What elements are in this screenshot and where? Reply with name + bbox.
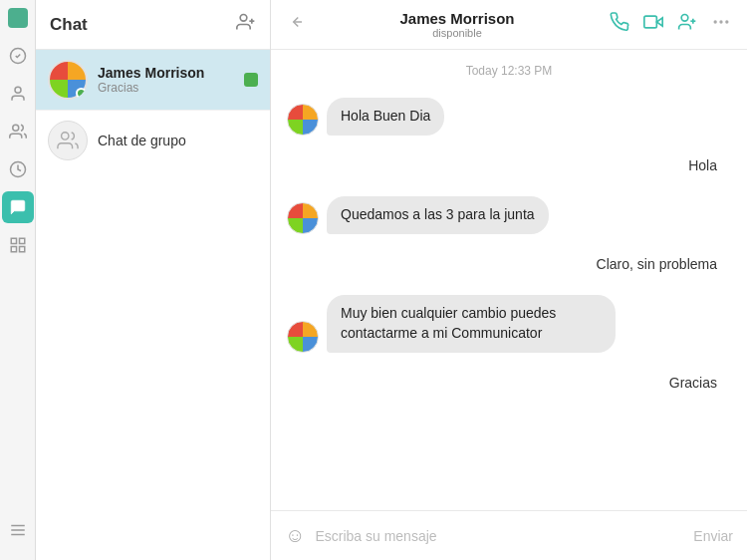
message-bubble: Gracias xyxy=(655,365,731,403)
nav-clock[interactable] xyxy=(2,153,34,185)
message-row: Quedamos a las 3 para la junta xyxy=(287,196,731,234)
group-avatar xyxy=(48,121,88,160)
nav-contact[interactable] xyxy=(2,78,34,110)
emoji-icon[interactable]: ☺ xyxy=(285,524,305,547)
message-bubble: Hola xyxy=(674,147,731,185)
chat-contact-name: James Morrison xyxy=(399,10,514,27)
more-options-icon[interactable] xyxy=(711,12,731,37)
message-avatar xyxy=(287,202,319,234)
message-row: Claro, sin problema xyxy=(287,246,731,284)
svg-point-2 xyxy=(12,125,18,131)
svg-marker-16 xyxy=(656,18,662,26)
add-participant-icon[interactable] xyxy=(677,12,697,37)
sidebar-header: Chat xyxy=(36,0,270,50)
message-bubble: Hola Buen Dia xyxy=(327,98,444,136)
svg-rect-5 xyxy=(19,238,24,243)
svg-rect-17 xyxy=(644,16,657,28)
nav-person[interactable] xyxy=(2,116,34,147)
message-row: Gracias xyxy=(287,365,731,403)
group-chat-item[interactable]: Chat de grupo xyxy=(36,111,270,170)
contact-item-james-morrison[interactable]: James Morrison Gracias xyxy=(36,50,270,111)
svg-point-21 xyxy=(713,20,716,23)
svg-rect-7 xyxy=(19,247,24,252)
icon-bar xyxy=(0,0,36,560)
sidebar-title: Chat xyxy=(50,15,88,35)
svg-point-23 xyxy=(725,20,728,23)
message-bubble: Muy bien cualquier cambio puedes contact… xyxy=(327,295,616,352)
svg-point-14 xyxy=(62,133,69,140)
message-row: Hola xyxy=(287,147,731,185)
nav-grid[interactable] xyxy=(2,229,34,261)
nav-chat[interactable] xyxy=(2,191,34,223)
nav-check[interactable] xyxy=(2,40,34,72)
contact-status-badge xyxy=(244,73,258,87)
svg-point-11 xyxy=(240,15,247,22)
panel-toggle-icon[interactable] xyxy=(287,13,305,36)
chat-header-left xyxy=(287,13,305,36)
svg-point-22 xyxy=(719,20,722,23)
video-icon[interactable] xyxy=(643,12,663,37)
message-row: Hola Buen Dia xyxy=(287,98,731,136)
chat-user-info: James Morrison disponible xyxy=(399,10,514,39)
chat-header-actions xyxy=(610,12,731,37)
avatar-james-morrison xyxy=(48,60,88,100)
contact-last-message: Gracias xyxy=(98,81,244,95)
add-group-icon[interactable] xyxy=(236,12,256,37)
svg-point-1 xyxy=(15,87,21,93)
phone-icon[interactable] xyxy=(610,12,629,37)
contact-info: James Morrison Gracias xyxy=(98,65,244,95)
chat-header: James Morrison disponible xyxy=(271,0,747,50)
sidebar-header-icons xyxy=(236,12,256,37)
sidebar: Chat James Morrison Gracias xyxy=(36,0,271,560)
message-bubble: Quedamos a las 3 para la junta xyxy=(327,196,549,234)
message-avatar xyxy=(287,104,319,136)
messages-area: Today 12:33 PM Hola Buen Dia Hola Quedam… xyxy=(271,50,747,510)
message-input[interactable] xyxy=(315,528,693,544)
group-name: Chat de grupo xyxy=(98,133,186,148)
nav-menu[interactable] xyxy=(2,514,34,546)
svg-point-18 xyxy=(681,15,688,22)
svg-rect-6 xyxy=(11,247,16,252)
contact-name: James Morrison xyxy=(98,65,244,81)
app-status-dot xyxy=(8,8,28,28)
online-badge xyxy=(76,88,87,99)
message-avatar xyxy=(287,321,319,353)
message-bubble: Claro, sin problema xyxy=(583,246,731,284)
chat-contact-status: disponible xyxy=(399,27,514,39)
chat-date: Today 12:33 PM xyxy=(287,50,731,86)
message-row: Muy bien cualquier cambio puedes contact… xyxy=(287,295,731,352)
chat-input-bar: ☺ Enviar xyxy=(271,510,747,560)
main-chat: James Morrison disponible xyxy=(271,0,747,560)
svg-rect-4 xyxy=(11,238,16,243)
send-button[interactable]: Enviar xyxy=(693,528,733,544)
